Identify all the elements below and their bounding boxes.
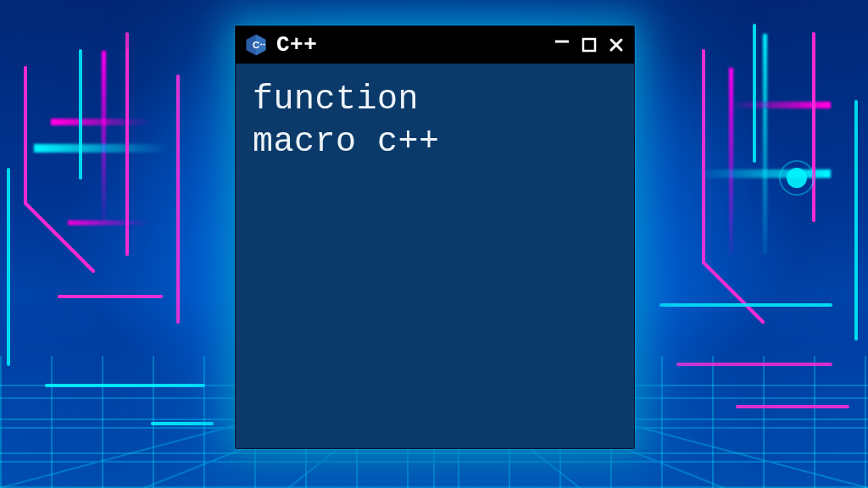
- terminal-window: C + + C++ function macro c++: [235, 25, 635, 449]
- cpp-hex-icon: C + +: [244, 33, 268, 57]
- window-titlebar[interactable]: C + + C++: [236, 26, 634, 64]
- terminal-body[interactable]: function macro c++: [236, 64, 634, 448]
- window-title: C++: [276, 32, 544, 58]
- minimize-button[interactable]: [553, 32, 571, 51]
- close-button[interactable]: [607, 36, 626, 54]
- svg-rect-18: [583, 39, 595, 51]
- terminal-content: function macro c++: [253, 79, 617, 164]
- svg-text:+: +: [263, 41, 266, 47]
- maximize-button[interactable]: [580, 36, 598, 54]
- svg-text:C: C: [253, 40, 259, 50]
- window-controls: [553, 36, 626, 54]
